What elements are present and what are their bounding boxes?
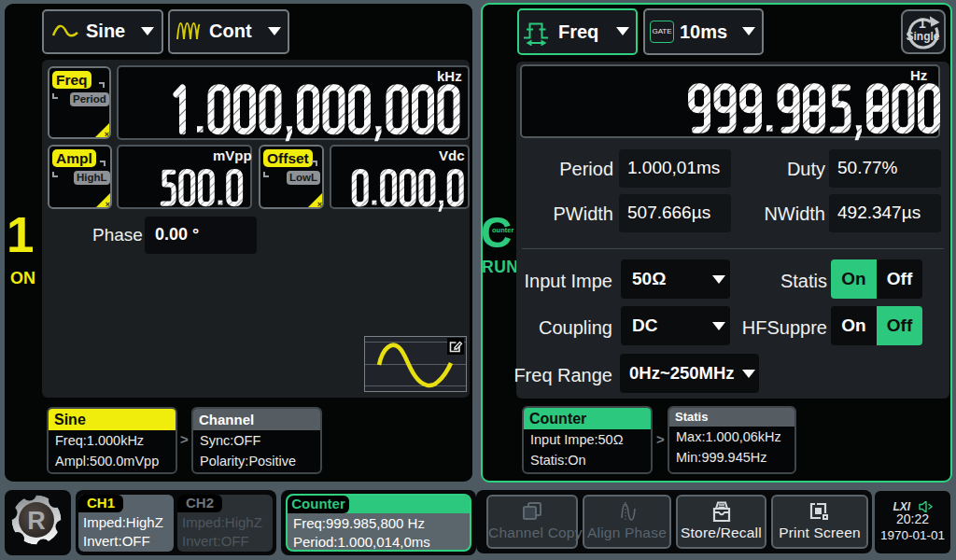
svg-text:Single: Single (906, 30, 939, 43)
svg-text:R: R (27, 507, 46, 535)
svg-text:1: 1 (919, 16, 926, 31)
